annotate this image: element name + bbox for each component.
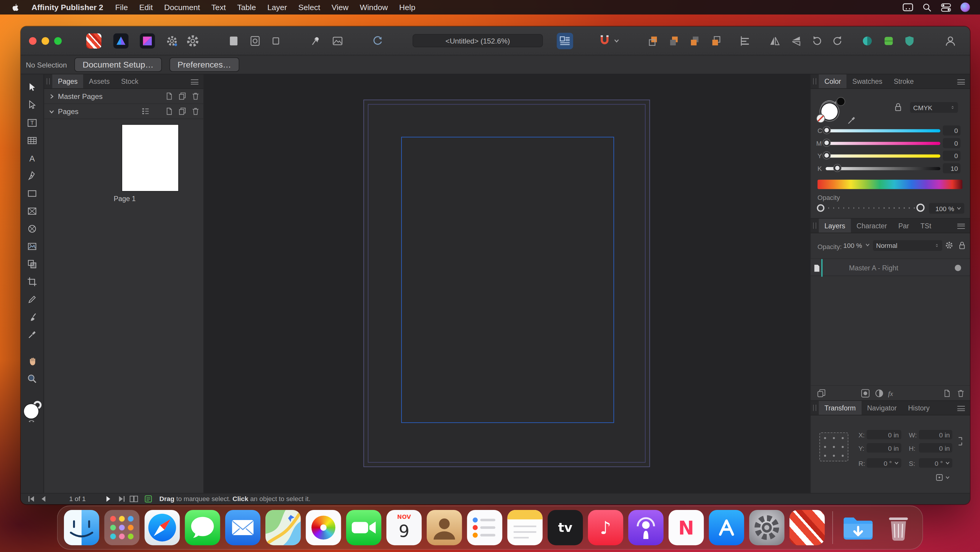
menu-view[interactable]: View xyxy=(326,3,354,12)
zoom-tool-icon[interactable] xyxy=(25,373,39,384)
lock-icon[interactable] xyxy=(894,102,902,112)
opacity-slider-track[interactable] xyxy=(828,207,916,209)
dock-icon-trash[interactable] xyxy=(881,510,916,545)
menubar-app-name[interactable]: Affinity Publisher 2 xyxy=(25,3,110,12)
dock-icon-messages[interactable] xyxy=(185,510,220,545)
dock-icon-affinity-publisher[interactable] xyxy=(789,510,825,545)
chevron-right-icon[interactable] xyxy=(49,94,54,99)
magenta-slider[interactable] xyxy=(826,142,940,145)
h-field[interactable]: 0 in xyxy=(919,444,953,453)
rotate-view-icon[interactable] xyxy=(369,33,386,49)
eyedropper-icon[interactable] xyxy=(847,115,857,124)
preferences-button[interactable]: Preferences… xyxy=(169,57,239,72)
first-page-icon[interactable] xyxy=(27,495,36,503)
dock-icon-facetime[interactable] xyxy=(346,510,382,545)
publisher-app-icon[interactable] xyxy=(86,33,102,49)
tab-history[interactable]: History xyxy=(902,401,935,415)
r-field[interactable]: 0 ° xyxy=(867,458,901,468)
slider-knob[interactable] xyxy=(823,127,830,134)
panel-menu-icon[interactable] xyxy=(957,223,965,229)
dock-icon-reminders[interactable] xyxy=(467,510,502,545)
w-field[interactable]: 0 in xyxy=(919,430,953,439)
duplicate-layer-icon[interactable] xyxy=(817,389,826,398)
chevron-down-icon[interactable] xyxy=(49,108,54,114)
adjustment-layer-icon[interactable] xyxy=(875,389,884,398)
tab-layers[interactable]: Layers xyxy=(819,219,851,233)
tab-text-styles[interactable]: TSt xyxy=(915,219,937,233)
artistic-text-tool-icon[interactable]: A xyxy=(25,153,39,164)
vector-crop-tool-icon[interactable] xyxy=(25,276,39,287)
x-field[interactable]: 0 in xyxy=(867,430,901,439)
spotlight-search-icon[interactable] xyxy=(923,3,931,12)
layer-settings-gear-icon[interactable] xyxy=(945,241,954,249)
y-field[interactable]: 0 in xyxy=(867,444,901,453)
link-dimensions-icon[interactable] xyxy=(957,436,963,446)
fill-toggle-icon[interactable] xyxy=(881,33,897,49)
panel-menu-icon[interactable] xyxy=(957,406,965,411)
page-with-circle-icon[interactable] xyxy=(247,33,263,49)
menu-window[interactable]: Window xyxy=(354,3,393,12)
spread-view-icon[interactable] xyxy=(129,495,138,503)
tab-pages[interactable]: Pages xyxy=(52,74,83,88)
panel-grip[interactable] xyxy=(813,405,816,411)
dock-icon-notes[interactable] xyxy=(508,510,542,545)
rotate-cw-icon[interactable] xyxy=(829,33,846,49)
node-tool-icon[interactable] xyxy=(25,99,39,111)
new-layer-icon[interactable] xyxy=(943,389,951,398)
text-wrap-icon[interactable] xyxy=(557,33,573,49)
yellow-slider[interactable] xyxy=(826,154,940,158)
menu-layer[interactable]: Layer xyxy=(262,3,293,12)
opacity-start-knob[interactable] xyxy=(817,204,825,212)
panel-grip[interactable] xyxy=(813,78,816,85)
menu-table[interactable]: Table xyxy=(231,3,262,12)
fill-swatch[interactable] xyxy=(24,404,38,418)
tab-paragraph[interactable]: Par xyxy=(893,219,915,233)
dock-icon-contacts[interactable] xyxy=(427,510,462,545)
close-window-button[interactable] xyxy=(29,37,37,45)
tab-transform[interactable]: Transform xyxy=(819,401,861,415)
opacity-knob[interactable] xyxy=(916,204,925,212)
dock-icon-appstore[interactable] xyxy=(709,510,744,545)
opacity-dropdown[interactable]: 100 % xyxy=(929,203,964,214)
swap-fill-stroke-icon[interactable] xyxy=(29,419,35,424)
stroke-color-well[interactable] xyxy=(837,98,845,105)
tab-stock[interactable]: Stock xyxy=(115,74,144,88)
no-color-well[interactable] xyxy=(817,115,825,122)
document-setup-button[interactable]: Document Setup… xyxy=(75,57,162,72)
pages-section-row[interactable]: Pages xyxy=(44,104,204,119)
slider-knob[interactable] xyxy=(823,152,830,159)
preflight-icon[interactable] xyxy=(144,495,153,503)
dock-icon-finder[interactable] xyxy=(64,510,99,545)
fill-stroke-swatch[interactable] xyxy=(23,401,42,422)
tab-navigator[interactable]: Navigator xyxy=(861,401,902,415)
transparency-toggle-icon[interactable] xyxy=(859,33,875,49)
colour-picker-tool-icon[interactable] xyxy=(25,329,39,340)
tab-assets[interactable]: Assets xyxy=(83,74,115,88)
dock-icon-launchpad[interactable] xyxy=(104,510,139,545)
settings-gear-icon[interactable] xyxy=(164,33,180,49)
document-page[interactable] xyxy=(363,99,650,467)
black-value[interactable]: 10 xyxy=(943,163,961,173)
transform-options[interactable] xyxy=(935,474,950,482)
delete-page-icon[interactable] xyxy=(191,107,200,115)
rectangle-tool-icon[interactable] xyxy=(25,188,39,199)
dock-icon-calendar[interactable]: NOV 9 xyxy=(387,510,422,545)
frame-text-tool-icon[interactable]: T xyxy=(25,117,39,129)
anchor-point-selector[interactable] xyxy=(819,433,848,462)
black-slider[interactable] xyxy=(826,167,940,170)
snapping-options-chevron-icon[interactable] xyxy=(613,33,620,49)
document-canvas[interactable] xyxy=(204,74,810,493)
s-field[interactable]: 0 ° xyxy=(919,458,953,468)
master-pages-section-row[interactable]: Master Pages xyxy=(44,89,204,104)
duplicate-page-icon[interactable] xyxy=(178,107,186,115)
menu-file[interactable]: File xyxy=(110,3,134,12)
delete-master-icon[interactable] xyxy=(191,92,200,101)
magenta-value[interactable]: 0 xyxy=(943,138,961,148)
move-tool-icon[interactable] xyxy=(25,82,39,93)
mask-layer-icon[interactable] xyxy=(861,389,870,398)
layer-visibility-toggle[interactable] xyxy=(955,265,961,271)
hand-tool-icon[interactable] xyxy=(25,355,39,367)
slider-knob[interactable] xyxy=(823,139,830,146)
order-backward-icon[interactable] xyxy=(686,33,703,49)
layer-effects-icon[interactable]: fx xyxy=(888,389,897,398)
